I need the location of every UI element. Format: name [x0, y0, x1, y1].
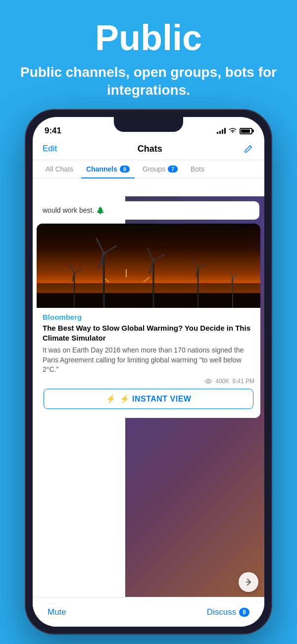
- phone-screen: 9:41: [33, 117, 264, 627]
- article-views: 400K: [215, 378, 229, 385]
- share-button[interactable]: [239, 572, 258, 592]
- phone-wrapper: 9:41: [25, 109, 272, 635]
- compose-icon[interactable]: [243, 143, 254, 155]
- status-icons: [217, 127, 252, 135]
- instant-view-label: ⚡ INSTANT VIEW: [120, 394, 192, 404]
- tab-groups[interactable]: Groups 7: [138, 160, 183, 178]
- message-content: would work best. 🌲: [33, 196, 264, 627]
- signal-icon: [217, 128, 226, 134]
- bottom-bar: Mute Discuss 8: [33, 597, 264, 627]
- edit-button[interactable]: Edit: [43, 144, 57, 154]
- article-body: It was on Earth Day 2016 when more than …: [43, 346, 254, 375]
- article-channel: Bloomberg: [43, 313, 254, 321]
- channels-badge: 8: [120, 166, 130, 173]
- discuss-badge: 8: [239, 608, 249, 617]
- svg-rect-6: [37, 293, 260, 308]
- lightning-icon: ⚡: [106, 394, 116, 404]
- tab-channels[interactable]: Channels 8: [81, 160, 135, 178]
- battery-icon: [240, 128, 252, 134]
- article-card: Bloomberg The Best Way to Slow Global Wa…: [37, 224, 260, 418]
- mute-button[interactable]: Mute: [48, 607, 66, 617]
- notch: [114, 117, 183, 132]
- header-section: Public Public channels, open groups, bot…: [0, 0, 297, 115]
- instant-view-button[interactable]: ⚡ ⚡ INSTANT VIEW: [44, 389, 253, 409]
- status-time: 9:41: [45, 126, 61, 136]
- wifi-icon: [229, 127, 237, 135]
- chats-title: Chats: [138, 144, 162, 154]
- header-title: Public: [20, 20, 277, 56]
- tab-bots[interactable]: Bots: [186, 160, 209, 178]
- chats-header: Edit Chats: [33, 139, 264, 160]
- discuss-button[interactable]: Discuss 8: [207, 607, 249, 617]
- article-time: 9:41 PM: [232, 378, 254, 385]
- groups-badge: 7: [168, 166, 178, 173]
- header-subtitle: Public channels, open groups, bots for i…: [20, 63, 277, 100]
- phone-frame: 9:41: [25, 109, 272, 635]
- message-panel: would work best. 🌲: [33, 196, 264, 627]
- message-text: would work best. 🌲: [43, 206, 104, 214]
- wind-turbines-svg: [37, 224, 260, 308]
- svg-point-29: [207, 380, 209, 382]
- article-image: [37, 224, 260, 308]
- article-title: The Best Way to Slow Global Warming? You…: [43, 323, 254, 343]
- article-meta: 400K 9:41 PM: [43, 378, 254, 385]
- tabs-bar: All Chats Channels 8 Groups 7 Bots: [33, 160, 264, 178]
- discuss-label: Discuss: [207, 607, 237, 617]
- tab-all-chats[interactable]: All Chats: [41, 160, 78, 178]
